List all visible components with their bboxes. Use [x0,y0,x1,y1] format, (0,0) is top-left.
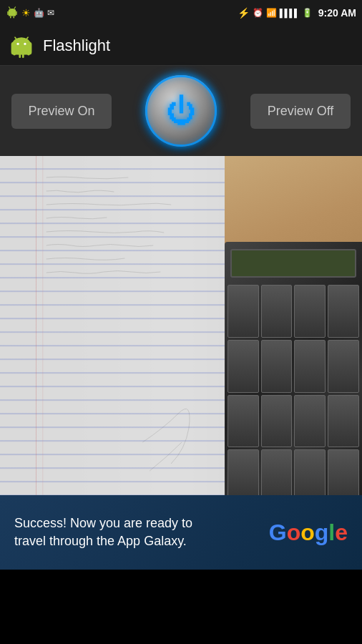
control-bar: Preview On ⏻ Preview Off [0,66,362,156]
calc-key [328,285,359,338]
svg-line-7 [14,7,16,9]
title-bar: Flashlight [0,26,362,66]
google-l: l [328,519,335,546]
svg-rect-4 [10,16,11,19]
power-button-container[interactable]: ⏻ [145,75,217,147]
brightness-icon: ☀ [21,7,31,19]
google-o2: o [300,519,315,546]
signal-icon: ▌▌▌▌ [280,9,299,17]
calc-key [294,340,326,393]
calc-key [328,340,359,393]
calc-key [294,285,326,338]
google-g2: g [315,519,329,546]
svg-rect-14 [13,49,16,55]
calc-key [261,285,293,338]
svg-rect-5 [14,16,15,19]
alarm-icon: ⏰ [253,8,263,18]
wifi-icon: 📶 [266,8,277,18]
svg-point-11 [12,37,30,50]
status-time: 9:20 AM [318,7,356,19]
calc-key [228,340,259,393]
google-o1: o [287,519,301,546]
calc-screen [230,249,356,278]
calc-key [228,285,259,338]
calc-key [261,449,293,502]
svg-rect-15 [27,49,30,55]
status-icons-right: ⚡ ⏰ 📶 ▌▌▌▌ 🔋 9:20 AM [238,7,356,19]
preview-on-button[interactable]: Preview On [11,94,112,129]
google-e: e [335,519,348,546]
calc-key [228,449,259,502]
svg-line-6 [9,7,11,9]
email-icon: ✉ [47,8,54,18]
power-button[interactable]: ⏻ [145,75,217,147]
camera-preview: Success! Now you are ready to travel thr… [0,156,362,570]
bluetooth-icon: ⚡ [238,7,250,19]
svg-rect-17 [22,53,24,57]
preview-off-button[interactable]: Preview Off [250,94,351,129]
battery-icon: 🔋 [302,8,313,18]
google-g: G [269,519,287,546]
calc-key [261,340,293,393]
calc-key [228,395,259,448]
calc-key [261,395,293,448]
svg-point-13 [24,42,26,44]
status-bar: ☀ 🤖 ✉ ⚡ ⏰ 📶 ▌▌▌▌ 🔋 9:20 AM [0,0,362,26]
status-icons-left: ☀ 🤖 ✉ [6,6,54,19]
android-status-icon [6,6,19,19]
svg-rect-16 [19,53,21,57]
ad-banner[interactable]: Success! Now you are ready to travel thr… [0,495,362,570]
svg-point-12 [16,42,19,44]
android-logo [9,33,34,59]
calc-key [294,449,326,502]
calc-key [294,395,326,448]
svg-rect-3 [16,11,17,15]
ad-text: Success! Now you are ready to travel thr… [14,514,222,550]
calc-key [328,395,359,448]
power-icon: ⏻ [166,96,196,126]
app-title: Flashlight [43,36,110,55]
svg-rect-2 [7,11,9,15]
google-logo: Google [269,519,348,546]
notification-icon: 🤖 [34,8,44,18]
calc-key [328,449,359,502]
